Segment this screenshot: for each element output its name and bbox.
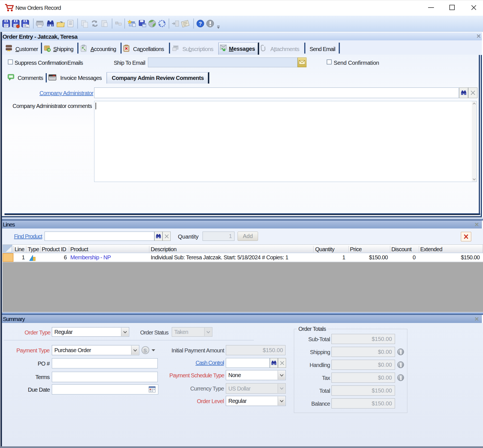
svg-text:?: ? [199, 21, 202, 27]
